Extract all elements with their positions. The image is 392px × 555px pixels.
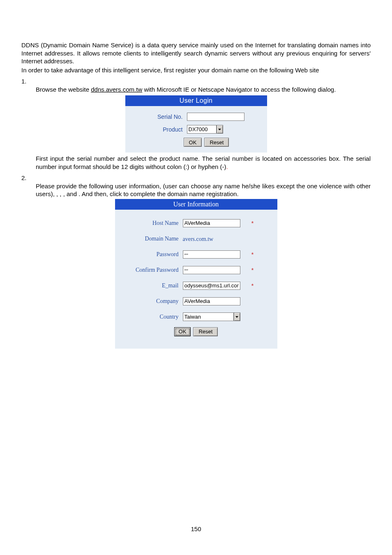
company-label: Company: [119, 298, 183, 305]
step-1-after: First input the serial number and select…: [36, 155, 371, 171]
intro-paragraph-1: DDNS (Dynamic Domain Name Service) is a …: [21, 41, 371, 65]
step-2-number: 2.: [21, 174, 371, 182]
user-info-title: User Information: [115, 199, 277, 210]
chevron-down-icon[interactable]: [234, 312, 240, 321]
info-ok-button[interactable]: OK: [174, 327, 191, 336]
login-ok-button[interactable]: OK: [184, 138, 202, 147]
email-input[interactable]: [183, 282, 240, 290]
svg-marker-1: [235, 316, 238, 318]
step-1-text-b: with Microsoft IE or Netscape Navigator …: [142, 86, 336, 93]
required-star: *: [249, 266, 257, 273]
password-input[interactable]: ***: [183, 250, 240, 259]
step-1-after-dot: .: [226, 163, 228, 170]
product-select[interactable]: DX7000: [187, 125, 223, 134]
domain-name-value: avers.com.tw: [183, 236, 214, 242]
required-star: *: [249, 251, 257, 258]
svg-marker-0: [218, 129, 221, 130]
email-label: E_mail: [119, 282, 183, 289]
info-reset-button[interactable]: Reset: [193, 327, 218, 336]
domain-name-label: Domain Name: [119, 236, 183, 242]
intro-paragraph-2: In order to take advantage of this intel…: [21, 66, 371, 74]
page-number: 150: [0, 525, 392, 532]
ddns-url: ddns.avers.com.tw: [91, 86, 142, 93]
step-1-text-a: Browse the website: [36, 86, 91, 93]
confirm-password-label: Confirm Password: [119, 267, 183, 273]
country-select[interactable]: Taiwan: [183, 312, 240, 321]
step-2-body: Please provide the following user inform…: [36, 182, 371, 198]
confirm-password-input[interactable]: ***: [183, 266, 240, 274]
product-select-value: DX7000: [187, 125, 217, 134]
host-name-input[interactable]: [183, 219, 240, 227]
product-label: Product: [140, 126, 187, 133]
country-select-value: Taiwan: [183, 312, 234, 321]
login-reset-button[interactable]: Reset: [204, 138, 229, 147]
user-login-panel: User Login Serial No. Product DX7000: [125, 95, 267, 153]
step-1-number: 1.: [21, 77, 371, 86]
required-star: *: [249, 282, 257, 289]
country-label: Country: [119, 314, 183, 320]
step-1-body: Browse the website ddns.avers.com.tw wit…: [36, 86, 371, 94]
company-input[interactable]: [183, 297, 240, 305]
required-star: *: [249, 220, 257, 227]
host-name-label: Host Name: [119, 220, 183, 227]
password-label: Password: [119, 251, 183, 258]
serial-label: Serial No.: [140, 113, 187, 120]
chevron-down-icon[interactable]: [217, 125, 223, 134]
user-info-panel: User Information Host Name * Domain Name…: [115, 199, 277, 349]
serial-input[interactable]: [187, 113, 244, 121]
step-1-after-text: First input the serial number and select…: [36, 155, 371, 170]
user-login-title: User Login: [125, 95, 267, 106]
